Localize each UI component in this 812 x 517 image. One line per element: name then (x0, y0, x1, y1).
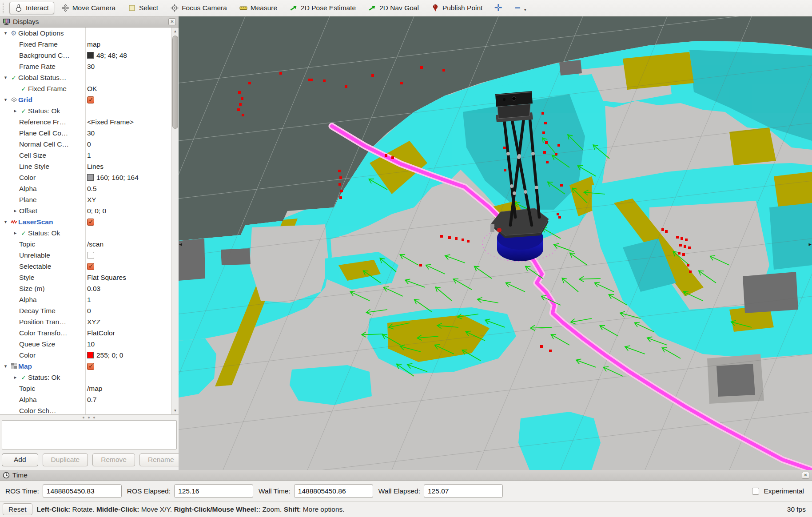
scroll-down-icon[interactable]: ▼ (172, 408, 178, 414)
viewport-left-splitter-arrow[interactable]: ◂ (179, 241, 182, 247)
viewport-right-splitter-arrow[interactable]: ▸ (808, 241, 812, 247)
wall-time-input[interactable] (294, 484, 373, 498)
property-row-frame-rate[interactable]: Frame Rate30 (0, 61, 171, 72)
time-close-icon[interactable]: ✕ (802, 472, 809, 479)
property-row-alpha[interactable]: Alpha0.5 (0, 183, 171, 194)
tool-publish-point[interactable]: Publish Point (426, 2, 488, 14)
property-row-alpha[interactable]: Alpha1 (0, 294, 171, 305)
property-row-queue-size[interactable]: Queue Size10 (0, 338, 171, 350)
property-row-unreliable[interactable]: Unreliable (0, 250, 171, 261)
tool-2d-pose-estimate[interactable]: 2D Pose Estimate (284, 2, 361, 14)
property-value[interactable] (87, 216, 94, 227)
property-value[interactable]: XY (87, 194, 96, 205)
tool-move-camera[interactable]: Move Camera (56, 2, 121, 14)
remove-button[interactable]: Remove (92, 453, 135, 466)
property-row-fixed-frame[interactable]: ✓Fixed FrameOK (0, 83, 171, 94)
property-row-fixed-frame[interactable]: Fixed Framemap (0, 39, 171, 50)
property-row-size-m[interactable]: Size (m)0.03 (0, 283, 171, 294)
scrollbar-thumb[interactable] (172, 36, 178, 129)
property-value[interactable] (87, 261, 94, 272)
property-row-line-style[interactable]: Line StyleLines (0, 161, 171, 172)
property-value[interactable]: 0.7 (87, 394, 97, 405)
property-row-plane-cell-co[interactable]: Plane Cell Co…30 (0, 127, 171, 139)
property-value[interactable]: 30 (87, 61, 95, 72)
reset-button[interactable]: Reset (3, 503, 32, 515)
property-value[interactable]: XYZ (87, 316, 100, 327)
wall-elapsed-input[interactable] (424, 484, 503, 498)
ros-time-input[interactable] (43, 484, 122, 498)
time-panel-header[interactable]: Time ✕ (0, 470, 812, 481)
property-row-global-options[interactable]: ▾⚙Global Options (0, 28, 171, 39)
property-value[interactable]: Flat Squares (87, 272, 126, 283)
property-checkbox[interactable] (87, 252, 94, 259)
tool-interact[interactable]: Interact (9, 2, 54, 14)
property-value[interactable]: 0.5 (87, 183, 97, 194)
property-row-topic[interactable]: Topic/scan (0, 239, 171, 250)
property-row-grid[interactable]: ▾Grid (0, 94, 171, 105)
property-value[interactable]: /map (87, 383, 102, 394)
3d-viewport[interactable]: ◂ ▸ (179, 16, 812, 470)
expander-open-icon[interactable]: ▾ (2, 219, 9, 225)
property-value[interactable]: FlatColor (87, 327, 115, 338)
property-row-offset[interactable]: ▸Offset0; 0; 0 (0, 205, 171, 216)
property-value[interactable]: 1 (87, 150, 91, 161)
property-value[interactable]: map (87, 39, 100, 50)
property-row-laserscan[interactable]: ▾LaserScan (0, 216, 171, 227)
expander-open-icon[interactable]: ▾ (2, 75, 9, 80)
property-value[interactable]: 0 (87, 139, 91, 150)
expander-closed-icon[interactable]: ▸ (12, 230, 19, 236)
property-value[interactable]: 0 (87, 305, 91, 316)
rename-button[interactable]: Rename (139, 453, 183, 466)
property-row-decay-time[interactable]: Decay Time0 (0, 305, 171, 316)
tool-select[interactable]: Select (123, 2, 163, 14)
displays-close-icon[interactable]: ✕ (168, 18, 176, 25)
panel-splitter[interactable]: ● ● ● (0, 415, 179, 420)
property-value[interactable]: <Fixed Frame> (87, 116, 134, 127)
property-row-status-ok[interactable]: ▸✓Status: Ok (0, 227, 171, 239)
remove-tool-caret-icon[interactable]: ▾ (523, 4, 529, 12)
property-value[interactable]: 1 (87, 294, 91, 305)
property-value[interactable]: 0; 0; 0 (87, 205, 106, 216)
tool-2d-nav-goal[interactable]: 2D Nav Goal (363, 2, 424, 14)
experimental-checkbox[interactable] (752, 488, 759, 495)
property-value[interactable]: Lines (87, 161, 103, 172)
property-row-map[interactable]: ▾Map (0, 361, 171, 372)
tree-scrollbar[interactable]: ▲ ▼ (171, 28, 179, 414)
property-row-status-ok[interactable]: ▸✓Status: Ok (0, 105, 171, 116)
property-checkbox[interactable] (87, 96, 94, 103)
expander-closed-icon[interactable]: ▸ (12, 208, 19, 214)
property-value[interactable]: 160; 160; 164 (87, 172, 139, 183)
property-row-reference-fr[interactable]: Reference Fr…<Fixed Frame> (0, 116, 171, 127)
property-row-color[interactable]: Color160; 160; 164 (0, 172, 171, 183)
property-row-normal-cell-c[interactable]: Normal Cell C…0 (0, 139, 171, 150)
property-row-topic[interactable]: Topic/map (0, 383, 171, 394)
expander-open-icon[interactable]: ▾ (2, 363, 9, 369)
property-row-cell-size[interactable]: Cell Size1 (0, 150, 171, 161)
ros-elapsed-input[interactable] (174, 484, 253, 498)
property-value[interactable] (87, 94, 94, 105)
tool-focus-camera[interactable]: Focus Camera (165, 2, 232, 14)
tool-measure[interactable]: Measure (234, 2, 283, 14)
property-row-selectable[interactable]: Selectable (0, 261, 171, 272)
expander-closed-icon[interactable]: ▸ (12, 374, 19, 380)
toolbar-grip[interactable] (3, 3, 6, 13)
property-value[interactable]: 10 (87, 338, 95, 350)
property-row-status-ok[interactable]: ▸✓Status: Ok (0, 372, 171, 383)
property-value[interactable]: 48; 48; 48 (87, 50, 127, 61)
property-value[interactable]: 0.03 (87, 283, 100, 294)
remove-tool-minus-icon[interactable]: − (509, 2, 521, 14)
expander-open-icon[interactable]: ▾ (2, 97, 9, 103)
add-tool-plus-icon[interactable]: ✛ (490, 2, 506, 14)
property-row-background-c[interactable]: Background C…48; 48; 48 (0, 50, 171, 61)
property-row-color-sch[interactable]: Color Sch… (0, 405, 171, 415)
property-value[interactable]: OK (87, 83, 97, 94)
scroll-up-icon[interactable]: ▲ (172, 28, 178, 34)
add-button[interactable]: Add (2, 453, 38, 466)
duplicate-button[interactable]: Duplicate (43, 453, 88, 466)
property-row-style[interactable]: StyleFlat Squares (0, 272, 171, 283)
property-row-global-status[interactable]: ▾✓Global Status… (0, 72, 171, 83)
property-checkbox[interactable] (87, 263, 94, 270)
property-row-plane[interactable]: PlaneXY (0, 194, 171, 205)
property-value[interactable]: 30 (87, 127, 95, 139)
property-row-alpha[interactable]: Alpha0.7 (0, 394, 171, 405)
